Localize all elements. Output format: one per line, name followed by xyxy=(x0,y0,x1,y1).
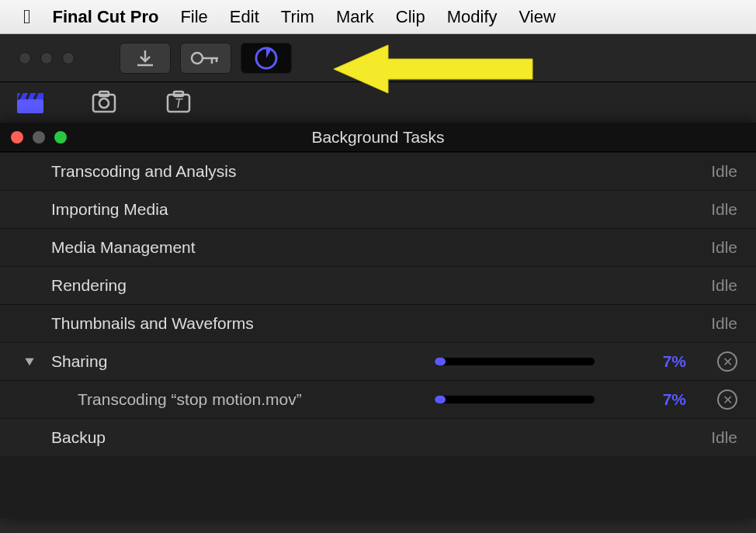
bt-row-label: Media Management xyxy=(51,238,711,257)
svg-point-2 xyxy=(192,53,203,64)
bt-row-thumbnails-waveforms[interactable]: Thumbnails and Waveforms Idle xyxy=(0,304,756,342)
bt-row-label: Rendering xyxy=(51,276,711,295)
menu-mark[interactable]: Mark xyxy=(336,7,374,27)
photos-icon[interactable] xyxy=(88,90,120,118)
svg-text:T: T xyxy=(175,97,183,110)
bt-row-transcoding-analysis[interactable]: Transcoding and Analysis Idle xyxy=(0,152,756,190)
disclosure-triangle-icon[interactable]: ▼ xyxy=(22,355,36,369)
bt-close-icon[interactable] xyxy=(11,131,23,144)
keyword-icon xyxy=(189,49,223,67)
progress-fill xyxy=(435,396,446,403)
app-name[interactable]: Final Cut Pro xyxy=(53,7,159,27)
bt-row-status: Idle xyxy=(711,200,737,219)
svg-point-13 xyxy=(99,99,109,108)
menu-view[interactable]: View xyxy=(519,7,556,27)
macos-menubar:  Final Cut Pro File Edit Trim Mark Clip… xyxy=(0,0,756,34)
menu-file[interactable]: File xyxy=(180,7,207,27)
bt-row-sharing[interactable]: ▼ Sharing 7% ✕ xyxy=(0,342,756,380)
background-tasks-window: Background Tasks Transcoding and Analysi… xyxy=(0,123,756,518)
bt-row-rendering[interactable]: Rendering Idle xyxy=(0,266,756,304)
clapperboard-icon[interactable] xyxy=(16,90,45,118)
menu-edit[interactable]: Edit xyxy=(230,7,259,27)
bt-row-label: Transcoding and Analysis xyxy=(51,162,711,181)
bt-window-title: Background Tasks xyxy=(311,128,444,147)
import-button[interactable] xyxy=(120,43,171,74)
bt-row-status: Idle xyxy=(711,428,737,447)
bt-row-status: Idle xyxy=(711,314,737,333)
menu-modify[interactable]: Modify xyxy=(447,7,498,27)
svg-rect-12 xyxy=(93,95,115,112)
progress-bar xyxy=(435,396,595,403)
bt-titlebar[interactable]: Background Tasks xyxy=(0,123,756,152)
bt-row-backup[interactable]: Backup Idle xyxy=(0,418,756,456)
main-window-traffic-lights xyxy=(19,52,75,64)
apple-menu-icon[interactable]:  xyxy=(23,5,31,29)
cancel-task-button[interactable]: ✕ xyxy=(717,351,737,372)
bt-traffic-lights xyxy=(11,131,67,144)
bt-row-label: Thumbnails and Waveforms xyxy=(51,314,711,333)
traffic-minimize-icon[interactable] xyxy=(40,52,53,64)
progress-fill xyxy=(435,358,446,365)
bt-row-media-management[interactable]: Media Management Idle xyxy=(0,228,756,266)
cancel-task-button[interactable]: ✕ xyxy=(717,389,737,410)
progress-bar xyxy=(435,358,595,365)
bt-row-percent: 7% xyxy=(632,352,686,371)
keyword-button[interactable] xyxy=(180,43,231,74)
bt-window-footer xyxy=(0,456,756,518)
close-icon: ✕ xyxy=(723,355,733,369)
background-tasks-icon xyxy=(253,45,279,71)
bt-row-label: Transcoding “stop motion.mov” xyxy=(78,390,435,409)
close-icon: ✕ xyxy=(723,393,733,407)
bt-minimize-icon[interactable] xyxy=(33,131,45,144)
bt-row-percent: 7% xyxy=(632,390,686,409)
menu-clip[interactable]: Clip xyxy=(396,7,425,27)
bt-row-label: Backup xyxy=(51,428,711,447)
bt-zoom-icon[interactable] xyxy=(54,131,67,144)
bt-row-status: Idle xyxy=(711,238,737,257)
titles-icon[interactable]: T xyxy=(163,90,194,118)
browser-toolbar: T xyxy=(0,82,756,126)
main-toolbar xyxy=(0,34,756,82)
menu-trim[interactable]: Trim xyxy=(281,7,314,27)
svg-rect-7 xyxy=(17,99,43,113)
bt-row-label: Importing Media xyxy=(51,200,711,219)
traffic-zoom-icon[interactable] xyxy=(62,52,75,64)
bt-row-status: Idle xyxy=(711,162,737,181)
bt-row-label: Sharing xyxy=(51,352,435,371)
background-tasks-button[interactable] xyxy=(241,43,292,74)
bt-row-sharing-subtask[interactable]: Transcoding “stop motion.mov” 7% ✕ xyxy=(0,380,756,418)
import-icon xyxy=(134,49,157,67)
traffic-close-icon[interactable] xyxy=(19,52,31,64)
bt-row-importing-media[interactable]: Importing Media Idle xyxy=(0,190,756,228)
bt-row-status: Idle xyxy=(711,276,737,295)
